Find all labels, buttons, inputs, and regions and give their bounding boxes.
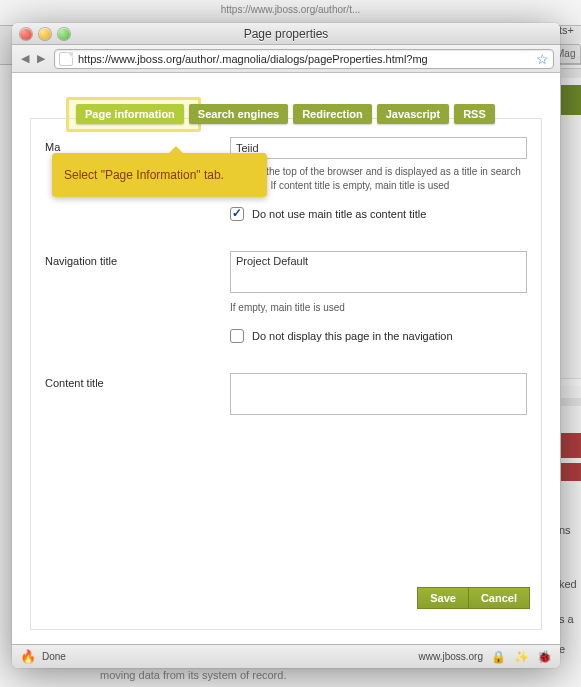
lock-icon: 🔒 bbox=[491, 650, 506, 664]
label-no-nav-display: Do not display this page in the navigati… bbox=[252, 330, 453, 342]
bg-peek-red bbox=[561, 433, 581, 458]
bg-text-fragment: ns bbox=[559, 524, 579, 536]
bg-peek-strip bbox=[561, 378, 581, 386]
button-bar: Save Cancel bbox=[417, 587, 530, 609]
forward-icon[interactable]: ▶ bbox=[34, 52, 48, 66]
bg-text-fragment: e bbox=[559, 643, 579, 655]
page-icon bbox=[59, 52, 73, 66]
close-icon[interactable] bbox=[20, 28, 32, 40]
minimize-icon[interactable] bbox=[39, 28, 51, 40]
main-title-hint: ...ars at the top of the browser and is … bbox=[230, 165, 527, 193]
back-icon[interactable]: ◀ bbox=[18, 52, 32, 66]
bookmark-star-icon[interactable]: ☆ bbox=[536, 51, 549, 67]
row-content-title: Content title bbox=[45, 373, 527, 417]
bg-peek-red bbox=[561, 463, 581, 481]
cancel-button[interactable]: Cancel bbox=[468, 587, 530, 609]
zoom-icon[interactable] bbox=[58, 28, 70, 40]
tab-redirection[interactable]: Redirection bbox=[293, 104, 372, 124]
page-properties-dialog: Page properties ◀ ▶ https://www.jboss.or… bbox=[12, 23, 560, 668]
label-navigation-title: Navigation title bbox=[45, 251, 230, 343]
bg-peek-strip bbox=[561, 398, 581, 406]
checkbox-no-main-content-title[interactable] bbox=[230, 207, 244, 221]
bg-text-fragment: ts+ bbox=[559, 24, 579, 36]
browser-toolbar: ◀ ▶ https://www.jboss.org/author/.magnol… bbox=[12, 45, 560, 73]
statusbar: 🔥 Done www.jboss.org 🔒 ✨ 🐞 bbox=[12, 644, 560, 668]
status-done-text: Done bbox=[42, 651, 66, 662]
main-title-input[interactable] bbox=[230, 137, 527, 159]
bg-peek-green bbox=[561, 85, 581, 115]
wand-icon[interactable]: ✨ bbox=[514, 650, 529, 664]
label-content-title: Content title bbox=[45, 373, 230, 417]
content-title-input[interactable] bbox=[230, 373, 527, 415]
tabs-row: Page information Search engines Redirect… bbox=[12, 104, 560, 124]
background-url-fragment: https://www.jboss.org/author/t... bbox=[0, 4, 581, 15]
tab-page-information[interactable]: Page information bbox=[76, 104, 184, 124]
navigation-title-input[interactable] bbox=[230, 251, 527, 293]
row-navigation-title: Navigation title If empty, main title is… bbox=[45, 251, 527, 343]
save-button[interactable]: Save bbox=[417, 587, 468, 609]
checkbox-no-nav-display[interactable] bbox=[230, 329, 244, 343]
traffic-lights bbox=[12, 28, 70, 40]
background-body-text: moving data from its system of record. bbox=[100, 669, 286, 681]
tab-javascript[interactable]: Javascript bbox=[377, 104, 449, 124]
bg-text-fragment: s a bbox=[559, 613, 579, 625]
bug-icon[interactable]: 🐞 bbox=[537, 650, 552, 664]
bg-peek-strip bbox=[561, 68, 581, 78]
url-text: https://www.jboss.org/author/.magnolia/d… bbox=[78, 53, 532, 65]
window-title: Page properties bbox=[12, 27, 560, 41]
firebug-icon[interactable]: 🔥 bbox=[20, 649, 36, 664]
tutorial-callout-text: Select "Page Information" tab. bbox=[64, 168, 224, 182]
tutorial-callout: Select "Page Information" tab. bbox=[52, 153, 267, 197]
status-domain: www.jboss.org bbox=[419, 651, 483, 662]
dialog-content: Page information Search engines Redirect… bbox=[12, 73, 560, 644]
bg-text-fragment: ked bbox=[559, 578, 579, 590]
tab-rss[interactable]: RSS bbox=[454, 104, 495, 124]
tab-search-engines[interactable]: Search engines bbox=[189, 104, 288, 124]
titlebar: Page properties bbox=[12, 23, 560, 45]
address-bar[interactable]: https://www.jboss.org/author/.magnolia/d… bbox=[54, 49, 554, 69]
label-no-main-content-title: Do not use main title as content title bbox=[252, 208, 426, 220]
navigation-title-hint: If empty, main title is used bbox=[230, 301, 527, 315]
